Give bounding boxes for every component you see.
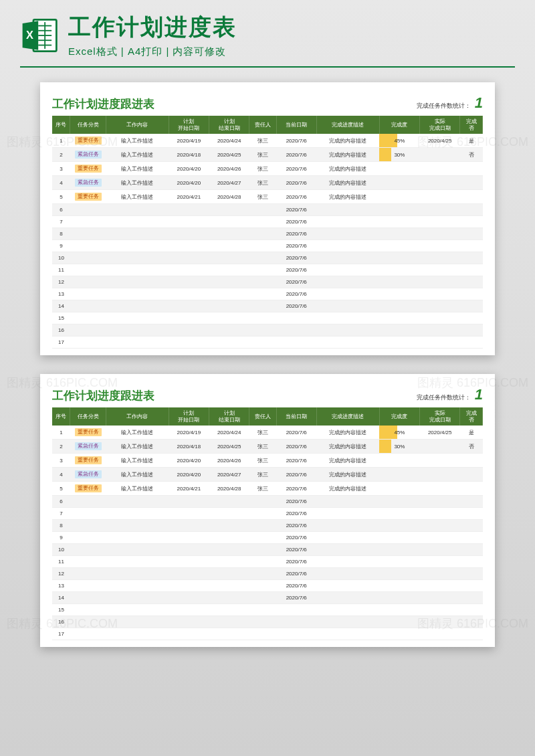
tag-important: 重要任务 xyxy=(75,484,102,492)
cell-progress-desc xyxy=(316,568,379,580)
cell-seq: 3 xyxy=(52,162,70,176)
header-divider xyxy=(20,66,515,68)
cell-progress-desc xyxy=(316,556,379,568)
cell-actual-end xyxy=(420,544,460,556)
cell-progress xyxy=(379,228,419,240)
cell-content: 输入工作描述 xyxy=(106,440,169,454)
cell-responsible: 张三 xyxy=(249,426,276,440)
cell-progress-desc: 完成的内容描述 xyxy=(316,134,379,148)
cell-plan-start xyxy=(169,312,209,324)
cell-plan-end: 2020/4/24 xyxy=(209,134,249,148)
cell-seq: 15 xyxy=(52,312,70,324)
table-row: 2紧急任务输入工作描述2020/4/182020/4/25张三2020/7/6完… xyxy=(52,148,483,162)
cell-done xyxy=(460,204,483,216)
cell-actual-end xyxy=(420,508,460,520)
cell-plan-end xyxy=(209,592,249,604)
cell-actual-end xyxy=(420,300,460,312)
col-plan-end: 计划结束日期 xyxy=(209,116,249,134)
cell-seq: 11 xyxy=(52,264,70,276)
cell-responsible: 张三 xyxy=(249,190,276,204)
cell-progress-desc xyxy=(316,337,379,349)
cell-current-date: 2020/7/6 xyxy=(276,496,316,508)
table-row: 62020/7/6 xyxy=(52,204,483,216)
cell-actual-end xyxy=(420,556,460,568)
cell-plan-end: 2020/4/26 xyxy=(209,454,249,468)
table-row: 132020/7/6 xyxy=(52,580,483,592)
cell-plan-start xyxy=(169,324,209,337)
cell-progress xyxy=(379,544,419,556)
col-current-date: 当前日期 xyxy=(276,116,316,134)
cell-actual-end xyxy=(420,276,460,288)
cell-progress-desc: 完成的内容描述 xyxy=(316,468,379,482)
cell-plan-start xyxy=(169,556,209,568)
cell-content xyxy=(106,580,169,592)
cell-progress xyxy=(379,592,419,604)
cell-responsible xyxy=(249,568,276,580)
col-progress-desc: 完成进度描述 xyxy=(316,407,379,426)
table-row: 142020/7/6 xyxy=(52,300,483,312)
cell-content xyxy=(106,240,169,252)
cell-plan-start xyxy=(169,544,209,556)
cell-plan-end xyxy=(209,556,249,568)
cell-content xyxy=(106,324,169,337)
cell-current-date: 2020/7/6 xyxy=(276,544,316,556)
cell-responsible: 张三 xyxy=(249,468,276,482)
table-row: 92020/7/6 xyxy=(52,532,483,544)
cell-category xyxy=(70,276,106,288)
cell-plan-start xyxy=(169,204,209,216)
cell-current-date: 2020/7/6 xyxy=(276,204,316,216)
cell-progress xyxy=(379,616,419,628)
cell-seq: 5 xyxy=(52,482,70,496)
cell-content xyxy=(106,556,169,568)
cell-category: 重要任务 xyxy=(70,162,106,176)
cell-plan-end xyxy=(209,264,249,276)
cell-content: 输入工作描述 xyxy=(106,134,169,148)
cell-progress xyxy=(379,532,419,544)
cell-progress xyxy=(379,628,419,640)
table-row: 16 xyxy=(52,616,483,628)
spreadsheet-preview: 工作计划进度跟进表完成任务件数统计：1序号任务分类工作内容计划开始日期计划结束日… xyxy=(40,82,495,355)
cell-content xyxy=(106,592,169,604)
cell-progress xyxy=(379,190,419,204)
cell-current-date xyxy=(276,337,316,349)
cell-progress-desc xyxy=(316,532,379,544)
cell-done xyxy=(460,264,483,276)
cell-actual-end xyxy=(420,592,460,604)
page-title: 工作计划进度表 xyxy=(68,12,515,43)
table-row: 102020/7/6 xyxy=(52,252,483,264)
cell-actual-end xyxy=(420,440,460,454)
cell-responsible xyxy=(249,240,276,252)
cell-actual-end xyxy=(420,454,460,468)
cell-progress-desc xyxy=(316,228,379,240)
cell-seq: 5 xyxy=(52,190,70,204)
cell-category xyxy=(70,496,106,508)
col-current-date: 当前日期 xyxy=(276,407,316,426)
cell-content xyxy=(106,204,169,216)
cell-content: 输入工作描述 xyxy=(106,190,169,204)
cell-current-date: 2020/7/6 xyxy=(276,264,316,276)
cell-progress xyxy=(379,337,419,349)
progress-table: 序号任务分类工作内容计划开始日期计划结束日期责任人当前日期完成进度描述完成度实际… xyxy=(52,407,483,640)
cell-responsible xyxy=(249,580,276,592)
cell-current-date: 2020/7/6 xyxy=(276,276,316,288)
col-actual-end: 实际完成日期 xyxy=(420,116,460,134)
cell-plan-end xyxy=(209,324,249,337)
cell-seq: 11 xyxy=(52,556,70,568)
table-row: 112020/7/6 xyxy=(52,556,483,568)
cell-plan-end xyxy=(209,337,249,349)
cell-progress xyxy=(379,580,419,592)
cell-responsible: 张三 xyxy=(249,134,276,148)
table-row: 72020/7/6 xyxy=(52,508,483,520)
cell-content xyxy=(106,276,169,288)
cell-progress-desc xyxy=(316,520,379,532)
cell-progress xyxy=(379,520,419,532)
cell-plan-start xyxy=(169,496,209,508)
table-row: 112020/7/6 xyxy=(52,264,483,276)
col-seq: 序号 xyxy=(52,407,70,426)
cell-actual-end xyxy=(420,604,460,616)
cell-done xyxy=(460,580,483,592)
cell-done xyxy=(460,454,483,468)
cell-plan-end xyxy=(209,288,249,300)
cell-progress xyxy=(379,162,419,176)
cell-actual-end xyxy=(420,482,460,496)
